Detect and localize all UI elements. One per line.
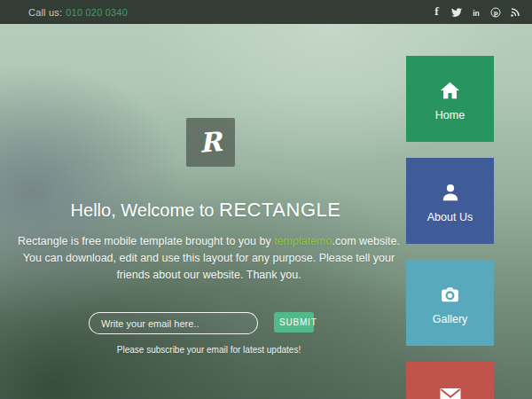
site-logo: R — [186, 118, 235, 167]
camera-icon — [439, 283, 461, 306]
intro-text-start: Rectangle is free mobile template brough… — [18, 235, 274, 247]
menu-tile-gallery[interactable]: Gallery — [406, 260, 494, 346]
call-us-label: Call us: — [28, 7, 62, 18]
email-input[interactable] — [89, 312, 258, 334]
brand-name: RECTANGLE — [219, 199, 340, 221]
menu-tile-label: Gallery — [433, 313, 468, 325]
topbar: Call us:010 020 0340 f in p — [0, 0, 532, 24]
linkedin-icon[interactable]: in — [470, 6, 481, 18]
svg-text:f: f — [434, 7, 439, 17]
submit-button[interactable]: SUBMIT — [274, 312, 314, 332]
svg-text:p: p — [493, 8, 497, 16]
menu-tile-label: Home — [435, 109, 465, 121]
rss-icon[interactable] — [509, 6, 520, 18]
user-icon — [440, 181, 461, 204]
logo-letter: R — [199, 126, 223, 159]
phone-number: 010 020 0340 — [66, 7, 128, 18]
templatemo-link[interactable]: templatemo — [274, 235, 332, 247]
envelope-icon — [439, 385, 462, 399]
social-links: f in p — [431, 6, 520, 18]
page-title: Hello, Welcome to RECTANGLE — [5, 199, 406, 222]
menu-tile-contact[interactable] — [406, 362, 494, 399]
pinterest-icon[interactable]: p — [489, 6, 501, 18]
facebook-icon[interactable]: f — [431, 6, 442, 18]
home-icon — [439, 79, 461, 102]
svg-text:in: in — [473, 8, 480, 17]
menu-tile-about-us[interactable]: About Us — [406, 158, 494, 244]
twitter-icon[interactable] — [450, 6, 462, 18]
subscribe-note: Please subscribe your email for latest u… — [12, 345, 406, 355]
page: Call us:010 020 0340 f in p R Hello, Wel… — [0, 0, 532, 399]
intro-paragraph: Rectangle is free mobile template brough… — [12, 233, 406, 284]
menu-tile-home[interactable]: Home — [406, 56, 494, 142]
heading-prefix: Hello, Welcome to — [71, 200, 219, 220]
call-us-text: Call us:010 020 0340 — [28, 7, 128, 18]
menu-tile-label: About Us — [427, 211, 473, 223]
